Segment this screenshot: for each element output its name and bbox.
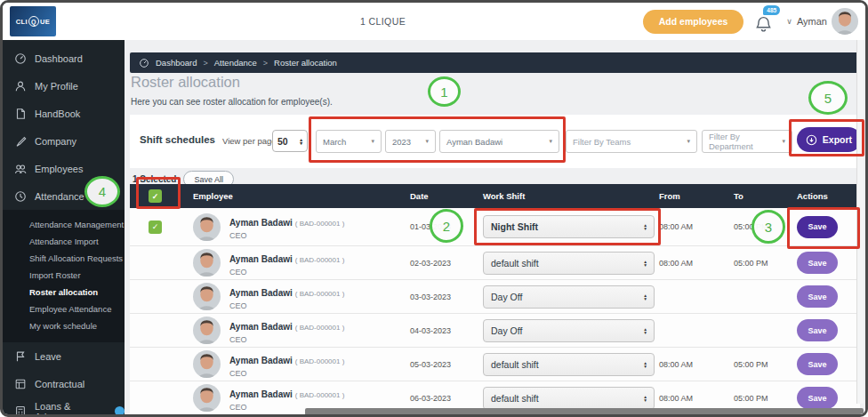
person-icon: [14, 80, 27, 92]
employee-code: ( BAD-000001 ): [295, 220, 345, 228]
column-header-employee: Employee: [181, 191, 410, 201]
to-cell: 05:00 PM: [734, 360, 789, 369]
annotation-step-3: 3: [751, 210, 785, 244]
employee-code: ( BAD-000001 ): [295, 290, 345, 298]
notification-badge: 485: [763, 5, 780, 15]
column-header-actions: Actions: [789, 191, 860, 201]
breadcrumb-item-dashboard[interactable]: Dashboard: [156, 58, 197, 68]
sidebar-subitem-employee-attendance[interactable]: Employee Attendance: [3, 301, 125, 317]
sidebar-subitem-shift-allocation-requests[interactable]: Shift Allocation Requests: [3, 250, 125, 267]
sidebar-subitem-roster-allocation[interactable]: Roster allocation: [3, 284, 125, 301]
page-title: Roster allocation: [131, 74, 240, 91]
date-cell: 04-03-2023: [410, 326, 478, 335]
save-button[interactable]: Save: [797, 353, 838, 375]
employee-name: Ayman Badawi: [229, 218, 293, 228]
sidebar-subitem-my-work-schedule[interactable]: My work schedule: [3, 317, 125, 334]
work-shift-value: default shift: [491, 359, 539, 370]
sidebar-item-dashboard[interactable]: Dashboard: [3, 44, 125, 72]
sidebar-subitem-import-roster[interactable]: Import Roster: [3, 267, 125, 284]
work-shift-select[interactable]: default shift▴▾: [483, 353, 655, 376]
employee-avatar: [193, 384, 221, 412]
save-button[interactable]: Save: [797, 319, 838, 341]
user-avatar: [832, 8, 858, 35]
save-button[interactable]: Save: [797, 285, 838, 308]
pen-icon: [14, 135, 27, 148]
calculator-icon: [14, 405, 27, 417]
employee-role: CEO: [229, 231, 344, 240]
employee-name: Ayman Badawi: [229, 356, 293, 365]
teams-filter-select[interactable]: Filter By Teams▾: [566, 130, 697, 153]
employee-avatar: [193, 213, 221, 241]
dropdown-caret-icon: ▾: [782, 138, 785, 145]
app-window: CLIQUE 1 CLIQUE Add employees 485 ∨ Ayma…: [0, 0, 868, 417]
employee-code: ( BAD-000001 ): [295, 324, 345, 332]
company-name: 1 CLIQUE: [360, 16, 406, 27]
clock-icon: [14, 190, 27, 203]
leave-icon: [14, 350, 27, 363]
work-shift-select[interactable]: Day Off▴▾: [483, 285, 655, 309]
department-filter-select[interactable]: Filter By Department▾: [702, 130, 792, 153]
sidebar-item-label: Company: [35, 136, 76, 147]
user-menu[interactable]: ∨ Ayman: [786, 8, 858, 35]
work-shift-select[interactable]: default shift▴▾: [483, 387, 655, 410]
people-icon: [14, 163, 27, 175]
top-header: CLIQUE 1 CLIQUE Add employees 485 ∨ Ayma…: [3, 3, 865, 40]
table-row: Ayman Badawi( BAD-000001 )CEO 05-03-2023…: [130, 348, 860, 381]
employee-role: CEO: [229, 335, 344, 344]
employee-code: ( BAD-000001 ): [295, 391, 345, 399]
work-shift-value: Day Off: [491, 292, 522, 302]
sidebar-item-contractual[interactable]: Contractual: [3, 370, 125, 397]
breadcrumb-item-roster-allocation[interactable]: Roster allocation: [274, 58, 337, 68]
from-cell: 08:00 AM: [659, 360, 734, 369]
sidebar-item-label: Employees: [35, 164, 83, 174]
column-header-from: From: [659, 191, 734, 201]
date-cell: 05-03-2023: [410, 360, 478, 369]
employee-avatar: [193, 283, 221, 310]
sidebar-item-handbook[interactable]: HandBook: [3, 100, 125, 127]
column-header-date: Date: [410, 191, 478, 201]
sidebar-item-label: Contractual: [35, 379, 84, 389]
table-icon: [14, 378, 27, 390]
app-logo[interactable]: CLIQUE: [10, 6, 56, 36]
employee-name: Ayman Badawi: [229, 288, 293, 298]
work-shift-select[interactable]: Day Off▴▾: [483, 319, 655, 342]
logo-text: UE: [40, 18, 50, 26]
table-header: ✓ Employee Date Work Shift From To Actio…: [130, 184, 860, 208]
annotation-box-select-all: [136, 177, 181, 209]
add-employees-button[interactable]: Add employees: [643, 10, 744, 34]
select-stepper-icon: ▴▾: [644, 395, 647, 402]
from-cell: 08:00 AM: [659, 259, 734, 268]
breadcrumb-separator: >: [203, 59, 207, 68]
sidebar-item-loans-advances[interactable]: Loans & Advances: [3, 397, 125, 417]
work-shift-select[interactable]: default shift▴▾: [483, 252, 655, 275]
info-badge: [115, 406, 125, 416]
view-per-page-select[interactable]: 50 ▴▾: [272, 130, 308, 152]
column-header-to: To: [734, 191, 789, 201]
sidebar-item-my-profile[interactable]: My Profile: [3, 72, 125, 100]
date-cell: 03-03-2023: [410, 293, 478, 301]
annotation-step-1: 1: [428, 76, 461, 107]
employee-avatar: [193, 249, 221, 277]
sidebar-item-company[interactable]: Company: [3, 127, 125, 155]
sidebar-item-label: Loans & Advances: [35, 401, 100, 417]
sidebar-item-leave[interactable]: Leave: [3, 342, 125, 370]
horizontal-scrollbar[interactable]: [305, 408, 864, 415]
table-row: Ayman Badawi( BAD-000001 )CEO 04-03-2023…: [130, 314, 860, 348]
row-checkbox[interactable]: ✓: [149, 221, 162, 234]
chevron-down-icon: ∨: [786, 17, 792, 26]
dashboard-icon: [139, 58, 149, 68]
sidebar-subitem-attendance-import[interactable]: Attendance Import: [3, 233, 125, 250]
sidebar-subitem-attendance-management[interactable]: Attendance Management: [3, 216, 125, 233]
save-button[interactable]: Save: [797, 252, 838, 274]
notifications-button[interactable]: 485: [755, 10, 775, 33]
employee-code: ( BAD-000001 ): [295, 357, 345, 365]
save-button[interactable]: Save: [797, 387, 838, 409]
department-placeholder: Filter By Department: [709, 132, 782, 151]
breadcrumb-item-attendance[interactable]: Attendance: [214, 58, 257, 68]
employee-role: CEO: [229, 268, 344, 277]
table-row: Ayman Badawi( BAD-000001 )CEO 02-03-2023…: [130, 246, 860, 280]
user-name: Ayman: [797, 16, 827, 27]
page-subtitle: Here you can see roster allocation for e…: [131, 97, 333, 107]
to-cell: 05:00 PM: [734, 394, 789, 403]
employee-name: Ayman Badawi: [229, 254, 293, 264]
